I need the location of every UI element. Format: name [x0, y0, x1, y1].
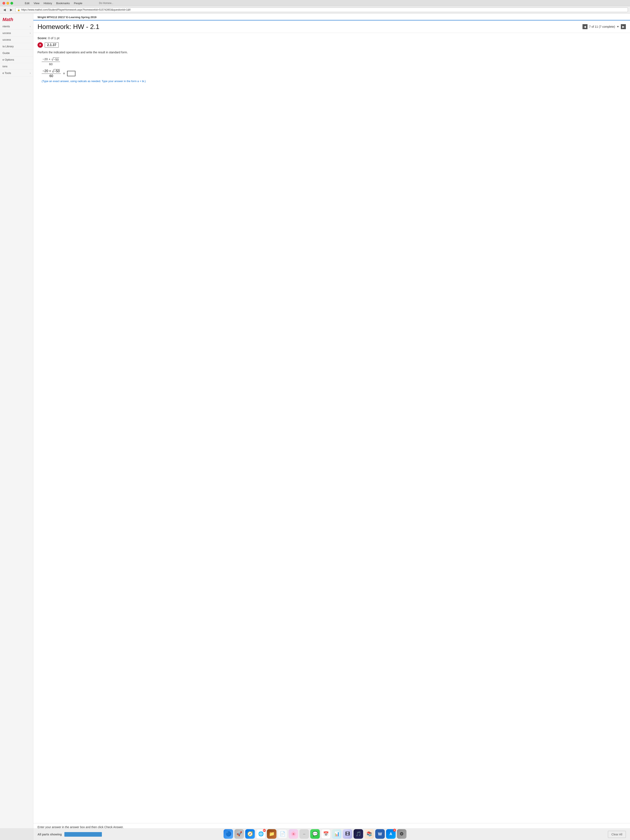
sidebar-label-uccess2: uccess: [3, 38, 11, 41]
score-label: Score:: [38, 36, 47, 40]
books-icon: 📚: [366, 831, 372, 837]
browser-menu: Edit View History Bookmarks People Do Ho…: [25, 2, 113, 5]
sidebar-item-library[interactable]: ia Library: [0, 43, 33, 50]
dock-icon-charts[interactable]: 📊: [332, 829, 341, 839]
dock-icon-calendar[interactable]: 📅: [321, 829, 331, 839]
dock-icon-safari[interactable]: 🧭: [245, 829, 255, 839]
progress-section: ◀ 7 of 11 (7 complete) ▼ ▶: [583, 24, 626, 29]
menu-edit[interactable]: Edit: [25, 2, 29, 5]
question-area: Score: 0 of 1 pt ✕ 2.1.37 Perform the in…: [33, 33, 630, 823]
incorrect-icon: ✕: [38, 42, 43, 48]
dock-icon-photos[interactable]: 🌸: [289, 829, 298, 839]
dock-icon-launchpad[interactable]: 🚀: [234, 829, 244, 839]
dock-icon-books[interactable]: 📚: [365, 829, 374, 839]
appstore-badge: 6: [393, 829, 396, 832]
chevron-icon: ›: [30, 25, 31, 28]
homework-header: Homework: HW - 2.1 ◀ 7 of 11 (7 complete…: [33, 21, 630, 33]
dock-icon-more[interactable]: ···: [299, 829, 309, 839]
browser-frame: Edit View History Bookmarks People Do Ho…: [0, 0, 630, 840]
address-bar[interactable]: 🔒 https://www.mathxl.com/Student/PlayerH…: [16, 8, 628, 12]
menu-bookmarks[interactable]: Bookmarks: [56, 2, 70, 5]
maximize-button[interactable]: [10, 2, 13, 5]
next-question-button[interactable]: ▶: [621, 24, 626, 29]
hint-text: (Type an exact answer, using radicals as…: [42, 80, 626, 83]
url-text: https://www.mathxl.com/Student/PlayerHom…: [21, 8, 130, 11]
dock-icon-keynote[interactable]: 🎞: [343, 829, 352, 839]
dock-icon-settings[interactable]: ⚙: [397, 829, 406, 839]
charts-icon: 📊: [334, 831, 339, 837]
menu-people[interactable]: People: [74, 2, 82, 5]
dock-icon-finder[interactable]: 🔵: [224, 829, 233, 839]
finder-icon: 🔵: [226, 831, 231, 837]
lock-icon: 🔒: [17, 8, 20, 11]
course-header: Wright MTH112 20217 E-Learning Spring 20…: [33, 14, 630, 21]
radical-equation: √ −50: [52, 69, 60, 73]
equation-fraction: −20 + √ −50 60: [42, 69, 61, 78]
main-content: Wright MTH112 20217 E-Learning Spring 20…: [33, 14, 630, 840]
dock-bar: 🔵 🚀 🧭 🌐 60 📁 📄 🌸 ··· 💬 📅 📊 🎞 🎵 📚 W: [0, 828, 630, 840]
photos-icon: 🌸: [291, 831, 296, 837]
keynote-icon: 🎞: [345, 831, 350, 837]
sidebar-logo: Math: [0, 15, 33, 23]
sidebar-item-guide[interactable]: Guide: [0, 50, 33, 57]
browser-content: Math ntents › uccess › uccess ia Library…: [0, 14, 630, 840]
equation-denominator: 60: [49, 74, 54, 78]
progress-dropdown-icon[interactable]: ▼: [617, 25, 619, 28]
sidebar-item-ntents[interactable]: ntents ›: [0, 23, 33, 30]
dock-icon-chrome[interactable]: 🌐 60: [256, 829, 265, 839]
question-id: 2.1.37: [44, 42, 59, 48]
menu-view[interactable]: View: [33, 2, 39, 5]
sidebar-item-options[interactable]: e Options: [0, 57, 33, 63]
radical-display: √ −50: [52, 57, 59, 61]
sidebar-label-ntents: ntents: [3, 25, 10, 28]
prev-question-button[interactable]: ◀: [583, 24, 587, 29]
traffic-lights: [3, 2, 13, 5]
fraction-numerator: −20 + √ −50: [42, 57, 60, 62]
appstore-icon: A: [390, 832, 392, 836]
menu-do: Do Homew...: [99, 2, 113, 5]
close-button[interactable]: [3, 2, 5, 5]
sidebar-label-uccess1: uccess: [3, 32, 11, 35]
menu-history[interactable]: History: [44, 2, 52, 5]
back-button[interactable]: ◀: [2, 7, 7, 12]
chrome-icon: 🌐: [258, 831, 264, 837]
sidebar-label-ions: ions: [3, 65, 8, 68]
chevron-icon: ›: [30, 72, 31, 74]
safari-icon: 🧭: [247, 831, 253, 837]
notes-icon: 📄: [280, 831, 286, 837]
answer-input[interactable]: [67, 71, 76, 76]
messages-icon: 💬: [312, 831, 318, 837]
sidebar-label-library: ia Library: [3, 45, 14, 48]
sidebar-item-ions[interactable]: ions: [0, 63, 33, 70]
music-icon: 🎵: [355, 831, 361, 837]
dock-icon-folder[interactable]: 📁: [267, 829, 276, 839]
word-icon: W: [378, 832, 382, 837]
folder-icon: 📁: [269, 831, 275, 837]
sidebar-item-tools[interactable]: e Tools ›: [0, 70, 33, 76]
sidebar-label-options: e Options: [3, 58, 14, 61]
sidebar-item-uccess1[interactable]: uccess ›: [0, 30, 33, 36]
homework-title: Homework: HW - 2.1: [38, 23, 99, 31]
forward-button[interactable]: ▶: [9, 7, 14, 12]
sidebar-label-guide: Guide: [3, 52, 10, 55]
sidebar: Math ntents › uccess › uccess ia Library…: [0, 14, 33, 840]
course-title: Wright MTH112 20217 E-Learning Spring 20…: [38, 16, 626, 19]
dock-icon-appstore[interactable]: A 6: [386, 829, 396, 839]
chevron-icon: ›: [30, 32, 31, 35]
dock-icon-music[interactable]: 🎵: [354, 829, 363, 839]
math-expression-display: −20 + √ −50 60: [42, 57, 626, 66]
question-id-row: ✕ 2.1.37: [38, 42, 626, 48]
sidebar-item-uccess2: uccess: [0, 36, 33, 43]
fraction-denominator: 60: [48, 62, 54, 66]
calendar-icon: 📅: [323, 831, 329, 837]
minimize-button[interactable]: [6, 2, 9, 5]
dock-icon-word[interactable]: W: [375, 829, 385, 839]
chrome-badge: 60: [263, 829, 266, 832]
settings-icon: ⚙: [399, 831, 404, 837]
equation-line: −20 + √ −50 60 =: [42, 69, 626, 78]
dock-icon-notes[interactable]: 📄: [278, 829, 287, 839]
score-line: Score: 0 of 1 pt: [38, 36, 626, 40]
fraction-display: −20 + √ −50 60: [42, 57, 60, 66]
more-icon: ···: [303, 832, 305, 835]
dock-icon-messages[interactable]: 💬: [310, 829, 320, 839]
